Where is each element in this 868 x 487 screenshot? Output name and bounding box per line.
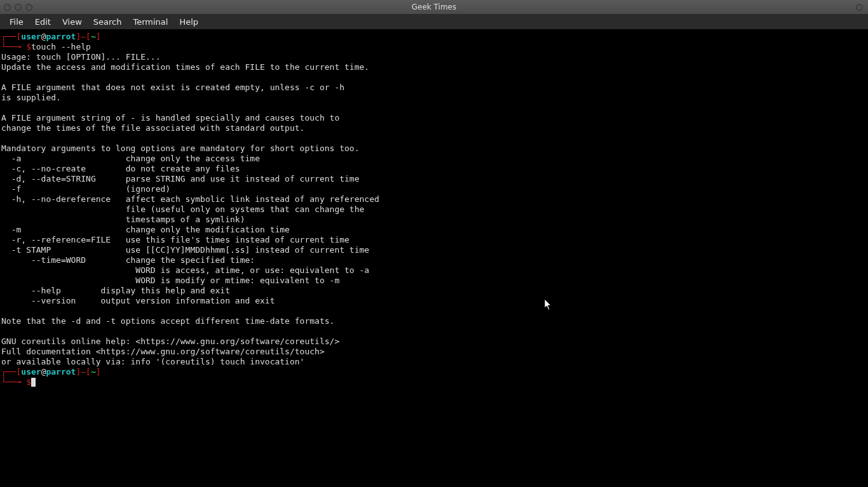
output-line: Note that the -d and -t options accept d… [1,316,334,326]
window-title: Geek Times [0,3,868,11]
prompt-host: parrot [46,367,76,377]
output-line: -r, --reference=FILE use this file's tim… [1,235,349,244]
terminal-output-area[interactable]: ┌──[user@parrot]—[~] └──╼ $touch --help … [0,29,868,487]
menu-file[interactable]: File [4,15,29,29]
prompt-corner: ┌── [1,32,16,41]
output-line: --time=WORD change the specified time: [1,255,255,265]
menu-help[interactable]: Help [173,15,204,29]
output-line: -f (ignored) [1,184,170,194]
window-maximize-button[interactable] [25,4,32,11]
output-line: A FILE argument that does not exist is c… [1,83,344,92]
output-line: -d, --date=STRING parse STRING and use i… [1,174,360,183]
prompt-corner: └──╼ [1,377,26,387]
output-line: Mandatory arguments to long options are … [1,143,360,153]
output-line: timestamps of a symlink) [1,215,245,224]
prompt-dash: — [81,32,86,41]
output-line: file (useful only on systems that can ch… [1,204,364,214]
prompt-user: user [21,367,41,377]
output-line: -c, --no-create do not create any files [1,164,240,173]
output-line: change the times of the file associated … [1,123,304,133]
window-buttons [4,4,32,11]
prompt-corner: └──╼ [1,42,26,51]
text-cursor [31,378,36,387]
output-line: -a change only the access time [1,154,260,163]
menubar: File Edit View Search Terminal Help [0,14,868,29]
output-line: WORD is modify or mtime: equivalent to -… [1,276,339,285]
prompt-dir: ~ [91,367,96,377]
prompt-dollar: $ [26,42,31,51]
output-line: A FILE argument string of - is handled s… [1,113,339,123]
output-line: Full documentation <https://www.gnu.org/… [1,347,325,356]
prompt-dollar: $ [26,377,31,387]
window-minimize-button[interactable] [15,4,22,11]
menu-view[interactable]: View [57,15,88,29]
prompt-bracket: ] [96,32,101,41]
prompt-bracket: [ [86,367,91,377]
prompt-host: parrot [46,32,76,41]
prompt-bracket: [ [86,32,91,41]
prompt-bracket: ] [96,367,101,377]
window-close-button[interactable] [4,4,11,11]
output-line: -m change only the modification time [1,225,290,234]
menu-terminal[interactable]: Terminal [127,15,173,29]
output-line: WORD is access, atime, or use: equivalen… [1,265,369,275]
output-line: GNU coreutils online help: <https://www.… [1,337,339,346]
output-line: is supplied. [1,93,61,102]
output-line: -h, --no-dereference affect each symboli… [1,194,379,204]
prompt-dir: ~ [91,32,96,41]
output-line: Update the access and modification times… [1,62,369,72]
prompt-dash: — [81,367,86,377]
output-line: --version output version information and… [1,296,275,305]
window-aux-button[interactable] [856,4,863,11]
menu-search[interactable]: Search [88,15,128,29]
output-line: or available locally via: info '(coreuti… [1,357,304,366]
prompt-corner: ┌── [1,367,16,377]
command-line: touch --help [31,42,91,51]
window-titlebar: Geek Times [0,0,868,14]
output-line: --help display this help and exit [1,286,230,295]
output-line: Usage: touch [OPTION]... FILE... [1,52,160,62]
prompt-user: user [21,32,41,41]
output-line: -t STAMP use [[CC]YY]MMDDhhmm[.ss] inste… [1,245,369,255]
menu-edit[interactable]: Edit [29,15,57,29]
